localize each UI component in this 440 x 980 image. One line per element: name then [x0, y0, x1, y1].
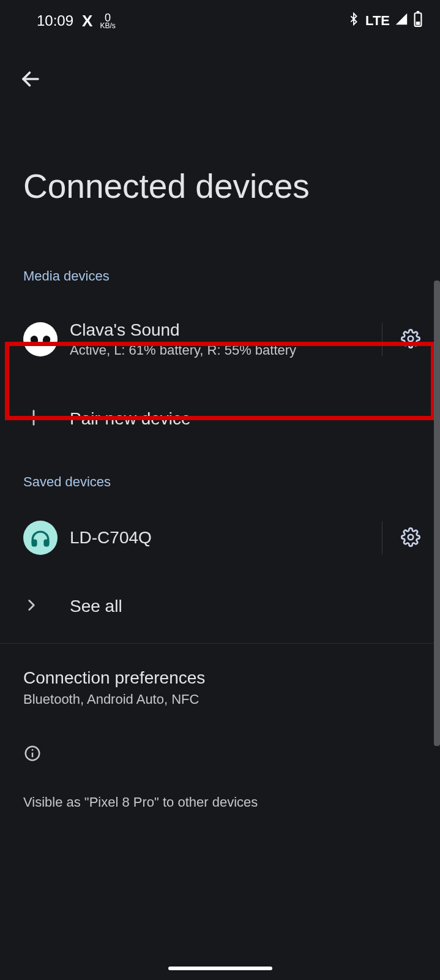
- arrow-left-icon: [20, 68, 42, 92]
- gear-icon: [401, 329, 420, 350]
- plus-icon: [23, 407, 44, 431]
- battery-icon: [413, 11, 423, 31]
- pair-new-device-label: Pair new device: [70, 409, 417, 429]
- connection-preferences-row[interactable]: Connection preferences Bluetooth, Androi…: [0, 643, 440, 707]
- status-left: 10:09 X 0 KB/s: [37, 12, 116, 31]
- home-indicator[interactable]: [168, 967, 272, 970]
- svg-rect-2: [416, 21, 420, 24]
- vertical-divider: [382, 521, 382, 554]
- see-all-label: See all: [70, 597, 417, 616]
- svg-rect-8: [45, 540, 48, 546]
- visibility-text: Visible as "Pixel 8 Pro" to other device…: [0, 765, 440, 810]
- vertical-divider: [382, 323, 382, 356]
- see-all-row[interactable]: See all: [0, 577, 440, 636]
- status-bar: 10:09 X 0 KB/s LTE: [0, 0, 440, 34]
- saved-device-name: LD-C704Q: [70, 528, 375, 548]
- gear-icon: [401, 527, 420, 549]
- svg-rect-1: [417, 11, 419, 13]
- back-button[interactable]: [17, 66, 44, 93]
- connection-preferences-sub: Bluetooth, Android Auto, NFC: [23, 692, 417, 707]
- media-device-settings-button[interactable]: [397, 326, 424, 353]
- chevron-right-icon: [23, 597, 39, 616]
- net-speed-indicator: 0 KB/s: [100, 13, 115, 29]
- saved-device-row[interactable]: LD-C704Q: [0, 507, 440, 568]
- pair-new-device-row[interactable]: Pair new device: [0, 382, 440, 456]
- see-all-leading: [23, 597, 70, 616]
- svg-rect-7: [32, 540, 36, 546]
- net-speed-unit: KB/s: [100, 23, 115, 29]
- media-device-row[interactable]: Clava's Sound Active, L: 61% battery, R:…: [0, 306, 440, 372]
- section-header-media: Media devices: [0, 268, 440, 284]
- media-device-status: Active, L: 61% battery, R: 55% battery: [70, 342, 375, 358]
- saved-device-avatar-leading: [23, 521, 70, 555]
- status-time: 10:09: [37, 12, 73, 29]
- pair-leading: [23, 407, 70, 431]
- bluetooth-icon: [347, 12, 360, 29]
- svg-point-12: [32, 749, 34, 751]
- page-title: Connected devices: [0, 93, 440, 206]
- connection-preferences-title: Connection preferences: [23, 668, 417, 688]
- info-row: [0, 744, 440, 765]
- svg-point-9: [408, 534, 414, 540]
- saved-device-settings-button[interactable]: [397, 524, 424, 551]
- media-device-name: Clava's Sound: [70, 320, 375, 340]
- x-app-icon: X: [82, 12, 91, 31]
- app-bar: [0, 34, 440, 93]
- device-avatar-leading: [23, 322, 70, 356]
- info-icon: [23, 744, 42, 765]
- section-header-saved: Saved devices: [0, 474, 440, 490]
- status-right: LTE: [347, 11, 423, 31]
- svg-point-4: [408, 336, 414, 341]
- headphones-icon: [23, 521, 58, 555]
- signal-icon: [395, 12, 408, 29]
- scroll-indicator[interactable]: [434, 281, 440, 746]
- earbuds-icon: [23, 322, 58, 356]
- network-type: LTE: [365, 13, 390, 29]
